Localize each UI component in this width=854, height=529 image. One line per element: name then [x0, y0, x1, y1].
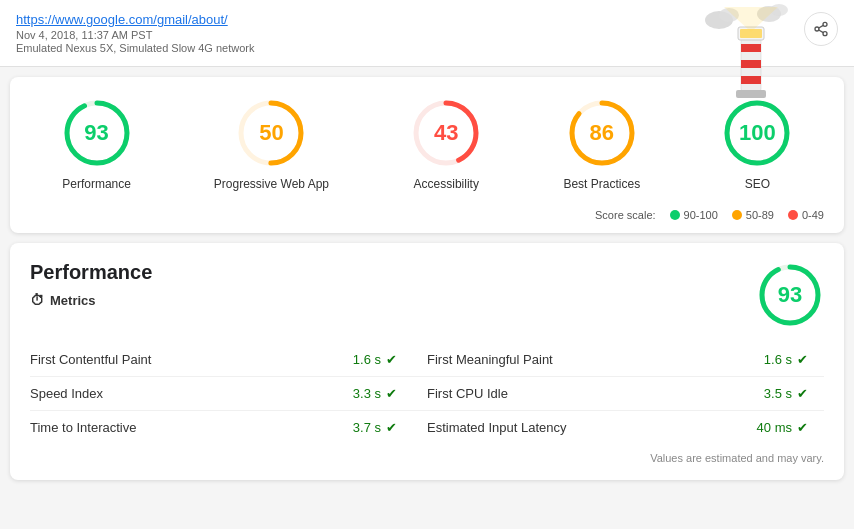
header: https://www.google.com/gmail/about/ Nov … [0, 0, 854, 67]
perf-header-left: Performance ⏱ Metrics [30, 261, 152, 308]
performance-score-circle: 93 [756, 261, 824, 329]
metric-row: First Contentful Paint 1.6 s ✔ [30, 343, 427, 377]
scale-red-dot [788, 210, 798, 220]
scale-green-dot [670, 210, 680, 220]
header-url[interactable]: https://www.google.com/gmail/about/ [16, 12, 228, 27]
score-item-pwa: 50 Progressive Web App [214, 97, 329, 191]
metrics-left: First Contentful Paint 1.6 s ✔ Speed Ind… [30, 343, 427, 444]
metric-value-wrap: 3.3 s ✔ [353, 386, 397, 401]
metric-value-wrap: 1.6 s ✔ [764, 352, 808, 367]
metrics-right: First Meaningful Paint 1.6 s ✔ First CPU… [427, 343, 824, 444]
metric-value: 3.5 s [764, 386, 792, 401]
score-item-performance: 93 Performance [61, 97, 133, 191]
metric-row: Estimated Input Latency 40 ms ✔ [427, 411, 824, 444]
check-icon: ✔ [386, 420, 397, 435]
scale-orange-range: 50-89 [746, 209, 774, 221]
score-item-seo: 100 SEO [721, 97, 793, 191]
scale-red: 0-49 [788, 209, 824, 221]
performance-section: Performance ⏱ Metrics 93 First Contentfu… [10, 243, 844, 480]
metric-value-wrap: 40 ms ✔ [757, 420, 808, 435]
timer-icon: ⏱ [30, 292, 44, 308]
performance-title: Performance [30, 261, 152, 284]
share-button[interactable] [804, 12, 838, 46]
check-icon: ✔ [386, 386, 397, 401]
metric-value: 40 ms [757, 420, 792, 435]
values-note: Values are estimated and may vary. [30, 452, 824, 464]
score-item-best-practices: 86 Best Practices [563, 97, 640, 191]
score-label-pwa: Progressive Web App [214, 177, 329, 191]
score-label-seo: SEO [745, 177, 770, 191]
scale-red-range: 0-49 [802, 209, 824, 221]
score-scale: Score scale: 90-100 50-89 0-49 [20, 203, 834, 221]
metric-value: 3.7 s [353, 420, 381, 435]
metric-row: First Meaningful Paint 1.6 s ✔ [427, 343, 824, 377]
score-scale-label: Score scale: [595, 209, 656, 221]
metrics-grid: First Contentful Paint 1.6 s ✔ Speed Ind… [30, 343, 824, 444]
metric-row: Time to Interactive 3.7 s ✔ [30, 411, 427, 444]
metric-value: 1.6 s [353, 352, 381, 367]
metric-name: First Contentful Paint [30, 352, 151, 367]
scale-green-range: 90-100 [684, 209, 718, 221]
check-icon: ✔ [386, 352, 397, 367]
check-icon: ✔ [797, 352, 808, 367]
svg-line-16 [819, 25, 824, 28]
check-icon: ✔ [797, 420, 808, 435]
metric-name: First CPU Idle [427, 386, 508, 401]
metric-name: Estimated Input Latency [427, 420, 566, 435]
metric-value-wrap: 3.5 s ✔ [764, 386, 808, 401]
metric-value-wrap: 3.7 s ✔ [353, 420, 397, 435]
metric-name: Speed Index [30, 386, 103, 401]
metric-name: Time to Interactive [30, 420, 136, 435]
score-label-accessibility: Accessibility [414, 177, 479, 191]
metric-row: Speed Index 3.3 s ✔ [30, 377, 427, 411]
metrics-label-text: Metrics [50, 293, 96, 308]
metric-name: First Meaningful Paint [427, 352, 553, 367]
score-label-performance: Performance [62, 177, 131, 191]
scale-green: 90-100 [670, 209, 718, 221]
svg-rect-5 [741, 44, 761, 52]
svg-rect-6 [741, 60, 761, 68]
svg-rect-7 [741, 76, 761, 84]
scale-orange: 50-89 [732, 209, 774, 221]
score-label-best-practices: Best Practices [563, 177, 640, 191]
metric-value: 1.6 s [764, 352, 792, 367]
scale-orange-dot [732, 210, 742, 220]
check-icon: ✔ [797, 386, 808, 401]
metric-row: First CPU Idle 3.5 s ✔ [427, 377, 824, 411]
svg-line-15 [819, 30, 824, 33]
perf-header: Performance ⏱ Metrics 93 [30, 261, 824, 329]
score-item-accessibility: 43 Accessibility [410, 97, 482, 191]
metrics-label: ⏱ Metrics [30, 292, 152, 308]
metric-value-wrap: 1.6 s ✔ [353, 352, 397, 367]
metric-value: 3.3 s [353, 386, 381, 401]
